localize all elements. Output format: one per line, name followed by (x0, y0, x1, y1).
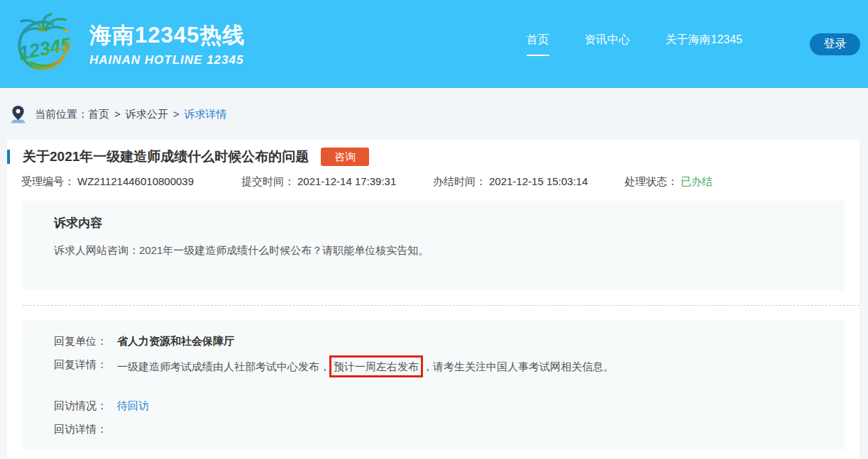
site-header: 12345 海南12345热线 HAINAN HOTLINE 12345 首页 … (0, 0, 868, 88)
meta-value: 2021-12-14 17:39:31 (297, 175, 396, 187)
location-pin-icon (10, 105, 26, 123)
ticket-meta-row: 受理编号：WZ21121446010800039 提交时间：2021-12-14… (7, 175, 859, 189)
revisit-status-value[interactable]: 待回访 (117, 398, 149, 413)
revisit-detail-label: 回访详情： (54, 421, 107, 436)
reply-unit-label: 回复单位： (54, 333, 107, 348)
status-badge: 已办结 (681, 175, 713, 187)
meta-label: 提交时间： (241, 175, 295, 187)
ticket-title-row: 关于2021年一级建造师成绩什么时候公布的问题 咨询 (7, 140, 859, 166)
breadcrumb-item-appeals[interactable]: 诉求公开 (126, 107, 168, 119)
reply-detail-label: 回复详情： (54, 357, 107, 376)
breadcrumb-item-home[interactable]: 首页 (88, 107, 109, 119)
appeal-content-body: 诉求人网站咨询：2021年一级建造师成绩什么时候公布？请职能单位核实告知。 (54, 243, 816, 258)
dashed-divider (23, 305, 859, 306)
reply-detail-value: 一级建造师考试成绩由人社部考试中心发布，预计一周左右发布，请考生关注中国人事考试… (117, 357, 614, 376)
meta-close-time: 办结时间：2021-12-15 15:03:14 (433, 175, 625, 189)
reply-detail-before: 一级建造师考试成绩由人社部考试中心发布， (117, 360, 330, 372)
breadcrumb-item-detail[interactable]: 诉求详情 (185, 107, 227, 119)
site-title: 海南12345热线 (89, 21, 245, 50)
breadcrumb-separator: > (114, 108, 121, 120)
breadcrumb-prefix: 当前位置： (35, 107, 88, 119)
revisit-detail-row: 回访详情： (54, 421, 816, 436)
ticket-title: 关于2021年一级建造师成绩什么时候公布的问题 (23, 148, 309, 166)
meta-value: WZ21121446010800039 (77, 175, 194, 187)
nav-item-home[interactable]: 首页 (527, 33, 549, 56)
breadcrumb-separator: > (173, 108, 180, 120)
appeal-content-heading: 诉求内容 (54, 215, 816, 231)
logo-text-block: 海南12345热线 HAINAN HOTLINE 12345 (89, 21, 245, 67)
reply-section: 回复单位： 省人力资源和社会保障厅 回复详情： 一级建造师考试成绩由人社部考试中… (23, 321, 845, 450)
hainan-12345-logo-icon: 12345 (10, 10, 78, 78)
meta-label: 处理状态： (625, 175, 678, 187)
reply-unit-row: 回复单位： 省人力资源和社会保障厅 (54, 333, 816, 348)
meta-label: 受理编号： (21, 175, 75, 187)
meta-submit-time: 提交时间：2021-12-14 17:39:31 (241, 175, 433, 189)
logo-number-text: 12345 (17, 33, 74, 64)
main-nav: 首页 资讯中心 关于海南12345 (527, 33, 743, 56)
nav-item-news-center[interactable]: 资讯中心 (585, 33, 630, 56)
revisit-status-row: 回访情况： 待回访 (54, 398, 816, 413)
ticket-detail-card: 关于2021年一级建造师成绩什么时候公布的问题 咨询 受理编号：WZ211214… (7, 140, 859, 459)
reply-detail-row: 回复详情： 一级建造师考试成绩由人社部考试中心发布，预计一周左右发布，请考生关注… (54, 357, 816, 376)
red-annotation-highlight: 预计一周左右发布 (329, 355, 423, 377)
revisit-status-label: 回访情况： (54, 398, 107, 413)
meta-label: 办结时间： (433, 175, 486, 187)
ticket-type-badge: 咨询 (321, 148, 369, 166)
title-accent-bar (7, 150, 10, 164)
meta-process-status: 处理状态：已办结 (625, 175, 713, 189)
nav-item-about[interactable]: 关于海南12345 (666, 33, 743, 56)
reply-unit-value: 省人力资源和社会保障厅 (117, 333, 234, 348)
breadcrumb: 当前位置：首页>诉求公开>诉求详情 (0, 88, 868, 140)
meta-value: 2021-12-15 15:03:14 (489, 175, 588, 187)
appeal-content-section: 诉求内容 诉求人网站咨询：2021年一级建造师成绩什么时候公布？请职能单位核实告… (23, 201, 845, 290)
meta-acceptance-number: 受理编号：WZ21121446010800039 (21, 175, 241, 189)
reply-detail-after: ，请考生关注中国人事考试网相关信息。 (422, 360, 614, 372)
login-button[interactable]: 登录 (810, 33, 860, 55)
site-subtitle: HAINAN HOTLINE 12345 (89, 53, 245, 67)
